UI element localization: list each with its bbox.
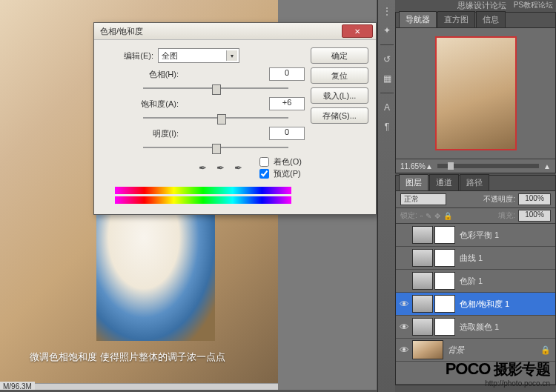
- edit-combo[interactable]: 全图 ▾: [158, 48, 239, 63]
- hue-saturation-dialog: 色相/饱和度 ✕ 编辑(E): 全图 ▾ 色相(H): 0 饱和度(A): +6: [93, 22, 377, 215]
- paragraph-icon[interactable]: ¶: [380, 120, 394, 133]
- lock-icon: 🔒: [540, 345, 551, 355]
- saturation-slider[interactable]: [143, 113, 288, 123]
- adj-thumb-icon: [412, 318, 433, 336]
- zoom-value[interactable]: 11.65%: [400, 162, 426, 170]
- zoom-slider[interactable]: [437, 164, 539, 168]
- preview-check[interactable]: [259, 169, 269, 179]
- edit-label: 编辑(E):: [102, 50, 153, 62]
- hue-range-bar-bottom: [115, 196, 291, 204]
- adj-thumb-icon: [412, 295, 433, 313]
- ok-button[interactable]: 确定: [311, 47, 368, 64]
- layer-row[interactable]: 色彩平衡 1: [396, 224, 555, 247]
- chevron-down-icon: ▾: [226, 50, 237, 61]
- photo-caption: 微调色相饱和度 使得照片整体的调子浓一点点: [30, 351, 225, 364]
- colorize-checkbox[interactable]: 着色(O): [257, 156, 302, 167]
- character-icon[interactable]: A: [380, 101, 394, 114]
- layer-row[interactable]: 👁色相/饱和度 1: [396, 293, 555, 316]
- edit-value: 全图: [162, 50, 178, 62]
- tab-histogram[interactable]: 直方图: [437, 11, 475, 27]
- watermark: 思缘设计论坛 PS教程论坛: [457, 0, 553, 11]
- adj-thumb-icon: [412, 226, 433, 244]
- tab-channels[interactable]: 通道: [429, 174, 459, 190]
- blend-mode-select[interactable]: 正常: [400, 193, 446, 205]
- actions-icon[interactable]: ▦: [380, 72, 394, 85]
- fill-input[interactable]: 100%: [518, 210, 551, 222]
- lock-transparent-icon[interactable]: ▫: [420, 212, 423, 220]
- hue-input[interactable]: 0: [269, 67, 305, 81]
- dialog-title: 色相/饱和度: [97, 26, 342, 37]
- dock-handle-icon[interactable]: ⋮: [380, 4, 394, 18]
- saturation-input[interactable]: +6: [269, 97, 305, 110]
- visibility-toggle[interactable]: 👁: [396, 322, 412, 333]
- eyedropper-icon[interactable]: ✒: [196, 162, 208, 173]
- mask-thumb-icon: [434, 295, 455, 313]
- status-bar: M/96.3M: [0, 382, 35, 390]
- lock-position-icon[interactable]: ✥: [434, 212, 440, 220]
- lightness-slider[interactable]: [143, 142, 288, 153]
- save-button[interactable]: 存储(S)...: [311, 107, 368, 124]
- navigator-preview[interactable]: [396, 28, 555, 159]
- dialog-titlebar[interactable]: 色相/饱和度 ✕: [94, 23, 376, 40]
- reset-button[interactable]: 复位: [311, 67, 368, 84]
- adj-thumb-icon: [412, 249, 433, 267]
- adj-thumb-icon: [412, 272, 433, 290]
- hue-slider[interactable]: [143, 83, 288, 93]
- visibility-toggle[interactable]: 👁: [396, 299, 412, 310]
- lock-all-icon[interactable]: 🔒: [443, 212, 452, 220]
- close-button[interactable]: ✕: [342, 24, 373, 38]
- lock-pixels-icon[interactable]: ✎: [426, 212, 431, 220]
- hue-label: 色相(H):: [131, 69, 179, 80]
- layers-panel: 图层 通道 路径 正常 不透明度: 100% 锁定: ▫ ✎ ✥ 🔒 填充: 1…: [395, 175, 556, 385]
- layer-row[interactable]: 色阶 1: [396, 270, 555, 293]
- mask-thumb-icon: [434, 249, 455, 267]
- zoom-out-icon[interactable]: ▲: [426, 162, 433, 170]
- tab-paths[interactable]: 路径: [460, 174, 489, 190]
- tab-layers[interactable]: 图层: [399, 174, 428, 190]
- navigator-viewport[interactable]: [435, 36, 517, 150]
- layer-row[interactable]: 👁选取颜色 1: [396, 316, 555, 339]
- zoom-in-icon[interactable]: ▲: [543, 162, 551, 170]
- bg-thumb-icon: [412, 340, 443, 359]
- hue-range-bar-top: [115, 187, 291, 194]
- preview-checkbox[interactable]: 预览(P): [257, 167, 302, 179]
- mask-thumb-icon: [434, 272, 455, 290]
- opacity-label: 不透明度:: [483, 194, 515, 205]
- navigator-panel: 导航器 直方图 信息 11.65% ▲ ▲: [395, 12, 556, 173]
- lock-label: 锁定:: [400, 210, 417, 221]
- eyedropper-plus-icon[interactable]: ✒: [214, 162, 226, 173]
- saturation-label: 饱和度(A):: [131, 99, 179, 110]
- brush-icon[interactable]: ✦: [380, 24, 394, 37]
- layer-row[interactable]: 👁背景🔒: [396, 339, 555, 362]
- mask-thumb-icon: [434, 226, 455, 244]
- visibility-toggle[interactable]: 👁: [396, 345, 412, 356]
- tab-info[interactable]: 信息: [476, 11, 506, 27]
- fill-label: 填充:: [498, 210, 515, 221]
- lightness-input[interactable]: 0: [269, 127, 305, 140]
- colorize-check[interactable]: [259, 157, 269, 167]
- load-button[interactable]: 载入(L)...: [311, 87, 368, 104]
- scrollbar-horizontal[interactable]: [0, 383, 278, 390]
- history-icon[interactable]: ↺: [380, 53, 394, 66]
- mask-thumb-icon: [434, 318, 455, 336]
- panels-area: 思缘设计论坛 PS教程论坛 导航器 直方图 信息 11.65% ▲ ▲ 图层 通…: [395, 0, 556, 392]
- layer-row[interactable]: 曲线 1: [396, 247, 555, 270]
- opacity-input[interactable]: 100%: [518, 193, 551, 205]
- tab-navigator[interactable]: 导航器: [399, 11, 437, 27]
- lightness-label: 明度(I):: [131, 128, 179, 139]
- eyedropper-minus-icon[interactable]: ✒: [232, 162, 244, 173]
- poco-watermark: POCO 摄影专题 http://photo.poco.cn: [446, 359, 550, 388]
- tool-dock: ⋮ ✦ ↺ ▦ A ¶: [377, 0, 397, 392]
